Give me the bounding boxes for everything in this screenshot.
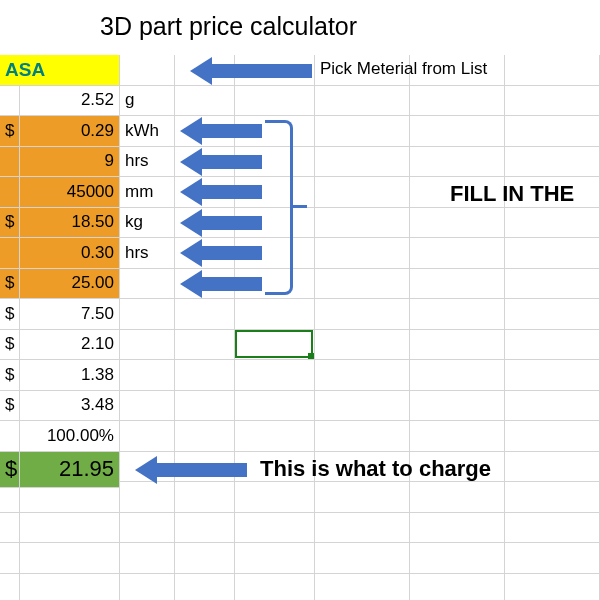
grid-cell[interactable] — [505, 421, 600, 452]
grid-cell[interactable] — [0, 574, 20, 601]
grid-cell[interactable] — [505, 208, 600, 239]
grid-cell[interactable] — [235, 574, 315, 601]
grid-cell[interactable] — [315, 147, 410, 178]
grid-cell[interactable] — [410, 330, 505, 361]
grid-cell[interactable] — [120, 299, 175, 330]
grid-cell[interactable] — [410, 360, 505, 391]
grid-cell[interactable] — [505, 452, 600, 483]
grid-cell[interactable] — [315, 208, 410, 239]
grid-cell[interactable] — [505, 360, 600, 391]
grid-cell[interactable] — [410, 513, 505, 544]
grid-cell[interactable] — [410, 116, 505, 147]
grid-cell[interactable] — [235, 543, 315, 574]
grid-cell[interactable] — [120, 330, 175, 361]
grid-cell[interactable] — [315, 269, 410, 300]
grid-cell[interactable] — [505, 330, 600, 361]
grid-cell[interactable] — [505, 299, 600, 330]
value-cell[interactable]: 7.50 — [20, 299, 120, 330]
grid-cell[interactable] — [20, 513, 120, 544]
grid-cell[interactable] — [120, 391, 175, 422]
grid-cell[interactable] — [505, 55, 600, 86]
grid-cell[interactable] — [175, 543, 235, 574]
value-cell[interactable]: 2.52 — [20, 86, 120, 117]
grid-cell[interactable] — [410, 421, 505, 452]
grid-cell[interactable] — [120, 269, 175, 300]
grid-cell[interactable] — [410, 86, 505, 117]
grid-cell[interactable] — [175, 574, 235, 601]
grid-cell[interactable] — [410, 299, 505, 330]
material-dropdown[interactable]: ASA — [0, 55, 120, 86]
grid-cell[interactable] — [315, 86, 410, 117]
grid-cell[interactable] — [410, 574, 505, 601]
grid-cell[interactable] — [410, 543, 505, 574]
grid-cell[interactable] — [505, 116, 600, 147]
grid-cell[interactable] — [0, 421, 20, 452]
value-cell[interactable]: 3.48 — [20, 391, 120, 422]
value-cell[interactable]: 18.50 — [20, 208, 120, 239]
value-cell[interactable]: 100.00% — [20, 421, 120, 452]
grid-cell[interactable] — [410, 391, 505, 422]
grid-cell[interactable] — [120, 543, 175, 574]
grid-cell[interactable] — [235, 513, 315, 544]
grid-cell[interactable] — [235, 482, 315, 513]
value-cell[interactable]: 9 — [20, 147, 120, 178]
grid-cell[interactable] — [120, 55, 175, 86]
grid-cell[interactable] — [315, 391, 410, 422]
grid-cell[interactable] — [175, 391, 235, 422]
grid-cell[interactable] — [410, 238, 505, 269]
grid-cell[interactable] — [235, 360, 315, 391]
grid-cell[interactable] — [505, 543, 600, 574]
grid-cell[interactable] — [175, 86, 235, 117]
grid-cell[interactable] — [315, 177, 410, 208]
grid-cell[interactable] — [120, 360, 175, 391]
value-cell[interactable]: 1.38 — [20, 360, 120, 391]
grid-cell[interactable] — [120, 482, 175, 513]
grid-cell[interactable] — [235, 391, 315, 422]
grid-cell[interactable] — [120, 513, 175, 544]
grid-cell[interactable] — [20, 574, 120, 601]
grid-cell[interactable] — [315, 330, 410, 361]
grid-cell[interactable] — [175, 482, 235, 513]
value-cell[interactable]: 0.29 — [20, 116, 120, 147]
grid-cell[interactable] — [315, 482, 410, 513]
grid-cell[interactable] — [505, 513, 600, 544]
value-cell[interactable]: 25.00 — [20, 269, 120, 300]
value-cell[interactable]: 2.10 — [20, 330, 120, 361]
grid-cell[interactable] — [505, 86, 600, 117]
grid-cell[interactable] — [120, 574, 175, 601]
grid-cell[interactable] — [0, 86, 20, 117]
grid-cell[interactable] — [505, 238, 600, 269]
grid-cell[interactable] — [315, 574, 410, 601]
value-cell[interactable]: 0.30 — [20, 238, 120, 269]
grid-cell[interactable] — [315, 543, 410, 574]
grid-cell[interactable] — [505, 391, 600, 422]
grid-cell[interactable] — [505, 482, 600, 513]
grid-cell[interactable] — [175, 330, 235, 361]
grid-cell[interactable] — [505, 574, 600, 601]
grid-cell[interactable] — [175, 299, 235, 330]
grid-cell[interactable] — [315, 421, 410, 452]
grid-cell[interactable] — [315, 513, 410, 544]
grid-cell[interactable] — [410, 482, 505, 513]
value-cell[interactable]: 45000 — [20, 177, 120, 208]
grid-cell[interactable] — [505, 147, 600, 178]
selected-cell[interactable] — [235, 330, 313, 359]
grid-cell[interactable] — [410, 147, 505, 178]
grid-cell[interactable] — [315, 299, 410, 330]
grid-cell[interactable] — [175, 421, 235, 452]
grid-cell[interactable] — [410, 269, 505, 300]
grid-cell[interactable] — [0, 513, 20, 544]
grid-cell[interactable] — [175, 360, 235, 391]
grid-cell[interactable] — [20, 543, 120, 574]
grid-cell[interactable] — [235, 421, 315, 452]
grid-cell[interactable] — [410, 208, 505, 239]
grid-cell[interactable] — [120, 421, 175, 452]
grid-cell[interactable] — [315, 238, 410, 269]
grid-cell[interactable] — [0, 543, 20, 574]
grid-cell[interactable] — [315, 116, 410, 147]
grid-cell[interactable] — [235, 86, 315, 117]
grid-cell[interactable] — [235, 299, 315, 330]
grid-cell[interactable] — [505, 269, 600, 300]
grid-cell[interactable] — [315, 360, 410, 391]
grid-cell[interactable] — [175, 513, 235, 544]
